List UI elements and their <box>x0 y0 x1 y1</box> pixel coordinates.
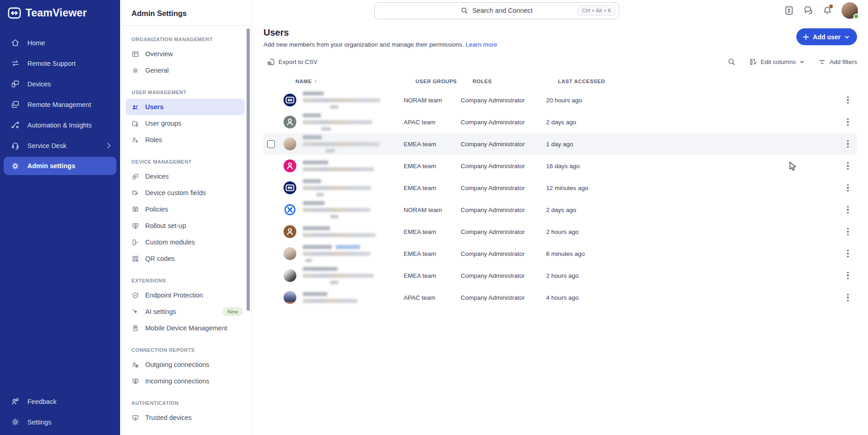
row-actions-kebab-icon[interactable] <box>839 244 857 263</box>
column-header-roles[interactable]: ROLES <box>473 78 558 85</box>
settings-item-qr-codes[interactable]: QR codes <box>120 250 251 267</box>
table-row[interactable]: APAC teamCompany Administrator4 hours ag… <box>263 286 857 308</box>
learn-more-link[interactable]: Learn more <box>466 41 497 48</box>
table-row[interactable]: EMEA teamCompany Administrator1 day ago <box>263 133 857 155</box>
row-actions-kebab-icon[interactable] <box>839 135 857 153</box>
settings-item-roles[interactable]: Roles <box>120 132 251 148</box>
sidebar-item-label: Devices <box>27 80 51 88</box>
redacted-user-name <box>303 135 379 153</box>
row-actions-kebab-icon[interactable] <box>839 266 857 285</box>
redaction-bar <box>326 149 335 153</box>
sidebar-item-home[interactable]: Home <box>0 32 120 53</box>
filter-icon <box>818 58 826 66</box>
add-user-button[interactable]: Add user <box>796 28 857 45</box>
settings-item-trusted-devices[interactable]: Trusted devices <box>120 409 251 426</box>
table-row[interactable]: EMEA teamCompany Administrator2 hours ag… <box>263 221 857 243</box>
settings-item-overview[interactable]: Overview <box>120 46 251 62</box>
rollout-setup-icon <box>132 222 139 230</box>
settings-item-outgoing-connections[interactable]: Outgoing connections <box>120 356 251 373</box>
sidebar-item-remote-support[interactable]: Remote Support <box>0 53 120 74</box>
user-avatar <box>284 116 296 128</box>
last-accessed-cell: 16 days ago <box>546 163 839 170</box>
feedback-icon <box>11 397 20 406</box>
sidebar-item-automation-insights[interactable]: Automation & Insights <box>0 115 120 135</box>
sidebar-item-settings[interactable]: Settings <box>0 412 120 432</box>
search-placeholder: Search and Connect <box>472 7 532 14</box>
settings-item-user-groups[interactable]: User groups <box>120 115 251 132</box>
redacted-email-line <box>303 142 379 146</box>
last-accessed-cell: 4 hours ago <box>546 294 839 301</box>
user-role-cell: Company Administrator <box>461 163 546 170</box>
settings-item-ai-settings[interactable]: AI settingsNew <box>120 303 251 320</box>
settings-item-rollout-set-up[interactable]: Rollout set-up <box>120 218 251 234</box>
table-row[interactable]: EMEA teamCompany Administrator12 minutes… <box>263 177 857 199</box>
sidebar-item-remote-management[interactable]: Remote Management <box>0 94 120 115</box>
outgoing-connections-icon <box>132 361 139 369</box>
user-avatar[interactable] <box>842 2 858 19</box>
topbar-icons <box>784 2 868 19</box>
table-row[interactable]: EMEA teamCompany Administrator2 hours ag… <box>263 265 857 286</box>
column-header-user-groups[interactable]: USER GROUPS <box>416 78 473 85</box>
divider <box>120 25 251 26</box>
notification-dot <box>829 5 833 8</box>
row-actions-kebab-icon[interactable] <box>839 91 857 109</box>
row-actions-kebab-icon[interactable] <box>839 179 857 197</box>
settings-item-policies[interactable]: Policies <box>120 201 251 218</box>
user-avatar <box>284 247 296 260</box>
settings-item-custom-modules[interactable]: Custom modules <box>120 234 251 250</box>
user-group-cell: NORAM team <box>404 97 461 104</box>
settings-item-incoming-connections[interactable]: Incoming connections <box>120 373 251 389</box>
user-name-cell <box>284 179 404 196</box>
settings-item-device-custom-fields[interactable]: Device custom fields <box>120 185 251 201</box>
settings-item-users[interactable]: Users <box>126 99 245 115</box>
sidebar-item-label: Service Desk <box>27 142 66 149</box>
edit-columns-icon <box>749 58 757 66</box>
mdm-icon <box>132 324 139 332</box>
redacted-email-line <box>303 186 371 190</box>
sidebar-item-feedback[interactable]: Feedback <box>0 391 120 412</box>
table-row[interactable]: APAC teamCompany Administrator2 days ago <box>263 111 857 133</box>
user-group-cell: EMEA team <box>404 272 461 279</box>
section-caption: CONNECTION REPORTS <box>132 347 240 353</box>
redaction-bar <box>303 179 321 183</box>
search-input[interactable]: Search and Connect Ctrl + Alt + K <box>374 2 619 19</box>
table-row[interactable]: EMEA teamCompany Administrator16 days ag… <box>263 155 857 177</box>
plus-icon <box>803 34 809 40</box>
sidebar-item-devices[interactable]: Devices <box>0 74 120 94</box>
table-search-icon[interactable] <box>728 58 736 66</box>
contacts-book-icon[interactable] <box>784 5 794 16</box>
row-actions-kebab-icon[interactable] <box>839 288 857 307</box>
sidebar-item-admin-settings[interactable]: Admin settings <box>4 157 116 175</box>
table-row[interactable]: EMEA teamCompany Administrator6 minutes … <box>263 243 857 265</box>
table-row[interactable]: NORAM teamCompany Administrator2 days ag… <box>263 199 857 221</box>
user-avatar <box>284 269 296 282</box>
settings-item-endpoint-protection[interactable]: Endpoint Protection <box>120 287 251 303</box>
secondary-sidebar: Admin Settings ORGANIZATION MANAGEMENTOv… <box>120 0 252 435</box>
edit-columns-button[interactable]: Edit columns <box>749 58 805 66</box>
row-actions-kebab-icon[interactable] <box>839 113 857 131</box>
row-checkbox[interactable] <box>267 140 275 148</box>
row-actions-kebab-icon[interactable] <box>839 223 857 241</box>
user-role-cell: Company Administrator <box>461 97 546 104</box>
chevron-down-icon <box>844 34 850 40</box>
settings-item-devices[interactable]: Devices <box>120 168 251 185</box>
sidebar-item-label: Admin settings <box>27 162 75 170</box>
settings-item-mobile-device-management[interactable]: Mobile Device Management <box>120 320 251 336</box>
settings-item-general[interactable]: General <box>120 62 251 79</box>
row-actions-kebab-icon[interactable] <box>839 157 857 175</box>
row-actions-kebab-icon[interactable] <box>839 201 857 219</box>
table-row[interactable]: NORAM teamCompany Administrator20 hours … <box>263 89 857 111</box>
settings-item-label: Mobile Device Management <box>145 324 227 332</box>
teamviewer-logo[interactable]: TeamViewer <box>0 0 120 26</box>
chat-icon[interactable] <box>803 5 813 16</box>
export-csv-button[interactable]: Export to CSV <box>263 58 318 66</box>
column-header-name[interactable]: NAME ↑ <box>295 78 416 85</box>
sidebar-item-service-desk[interactable]: Service Desk <box>0 135 120 156</box>
column-header-last-accessed[interactable]: LAST ACCESSED <box>558 78 839 85</box>
scrollbar-thumb[interactable] <box>247 28 250 311</box>
teamviewer-logo-avatar-icon <box>284 94 296 106</box>
user-avatar <box>284 181 296 194</box>
redaction-bar <box>330 281 338 284</box>
add-filters-button[interactable]: Add filters <box>818 58 857 66</box>
notifications-bell-icon[interactable] <box>822 5 832 16</box>
